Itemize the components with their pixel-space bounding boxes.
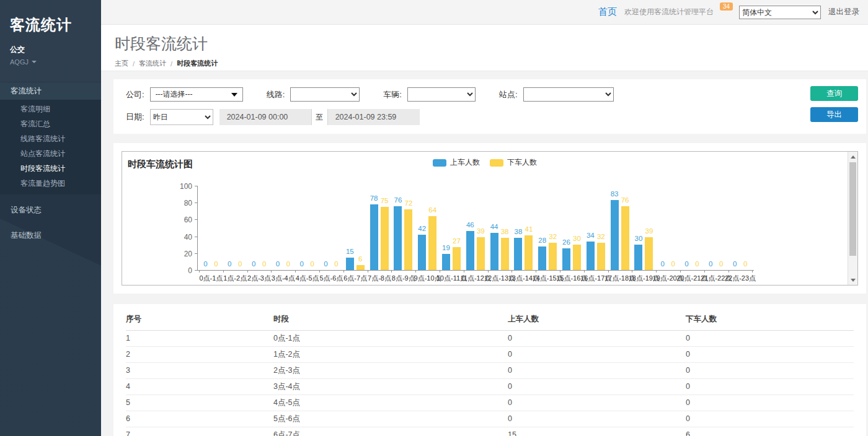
breadcrumb-separator: / bbox=[170, 60, 172, 68]
x-tick-mark bbox=[656, 270, 657, 272]
y-tick-mark bbox=[195, 203, 197, 203]
y-tick-label: 40 bbox=[174, 233, 192, 242]
sidebar-item-站点客流统计[interactable]: 站点客流统计 bbox=[0, 146, 101, 161]
bar-value-label: 0 bbox=[228, 260, 231, 268]
company-combobox[interactable]: ---请选择--- bbox=[150, 87, 243, 102]
bar-上车人数-14点-15点 bbox=[538, 246, 546, 270]
table-cell: 5点-6点 bbox=[273, 411, 508, 427]
y-tick-mark bbox=[195, 219, 197, 220]
sidebar-section-基础数据[interactable]: 基础数据 bbox=[0, 225, 101, 245]
table-cell: 0 bbox=[508, 362, 686, 378]
breadcrumb-section[interactable]: 客流统计 bbox=[139, 59, 166, 68]
bar-value-label: 34 bbox=[587, 232, 595, 239]
bar-下车人数-14点-15点 bbox=[549, 243, 557, 270]
sidebar-section-设备状态[interactable]: 设备状态 bbox=[0, 200, 101, 220]
logout-link[interactable]: 退出登录 bbox=[828, 7, 859, 17]
page-heading: 时段客流统计 主页 / 客流统计 / 时段客流统计 bbox=[101, 25, 868, 71]
table-row: 65点-6点00 bbox=[126, 411, 854, 427]
org-selector[interactable]: AQGJ bbox=[10, 58, 91, 66]
line-select[interactable] bbox=[290, 87, 360, 102]
date-label: 日期: bbox=[126, 111, 144, 123]
sidebar-section-客流统计[interactable]: 客流统计 bbox=[0, 82, 101, 100]
bar-value-label: 39 bbox=[477, 227, 485, 235]
bar-value-label: 76 bbox=[394, 196, 402, 204]
x-category-label: 8点-9点 bbox=[392, 274, 415, 283]
table-header-序号: 序号 bbox=[126, 309, 273, 330]
x-tick-mark bbox=[247, 270, 248, 272]
y-axis-line bbox=[197, 186, 198, 270]
table-row: 10点-1点00 bbox=[126, 330, 854, 346]
welcome-text: 欢迎使用客流统计管理平台 bbox=[624, 7, 714, 17]
date-separator: 至 bbox=[311, 109, 328, 125]
table-row: 54点-5点00 bbox=[126, 395, 854, 411]
table-cell: 0 bbox=[686, 395, 854, 411]
table-cell: 7 bbox=[126, 427, 273, 436]
x-tick-mark bbox=[368, 270, 368, 272]
language-select[interactable]: 简体中文 bbox=[739, 6, 821, 19]
company-label: 公司: bbox=[126, 89, 144, 100]
x-tick-mark bbox=[752, 270, 753, 272]
sidebar: 客流统计 公交 AQGJ 客流统计客流明细客流汇总线路客流统计站点客流统计时段客… bbox=[0, 0, 101, 436]
chart-plot: 020406080100000点-1点001点-2点002点-3点003点-4点… bbox=[122, 152, 848, 285]
table-cell: 6点-7点 bbox=[273, 427, 508, 436]
date-to-input[interactable]: 2024-01-09 23:59 bbox=[328, 109, 420, 125]
x-tick-mark bbox=[512, 270, 512, 272]
table-header-上车人数: 上车人数 bbox=[508, 309, 686, 330]
table-cell: 15 bbox=[508, 427, 686, 436]
bar-上车人数-17点-18点 bbox=[611, 200, 619, 270]
breadcrumb-home[interactable]: 主页 bbox=[115, 59, 128, 68]
x-tick-mark bbox=[391, 270, 392, 272]
bar-value-label: 75 bbox=[381, 197, 389, 204]
notification-badge: 34 bbox=[720, 2, 733, 11]
table-cell: 0点-1点 bbox=[273, 330, 508, 346]
bar-上车人数-13点-14点 bbox=[514, 238, 522, 270]
bar-value-label: 83 bbox=[611, 190, 619, 198]
bar-value-label: 0 bbox=[660, 260, 664, 268]
bar-上车人数-7点-8点 bbox=[370, 204, 378, 270]
dropdown-arrow-icon bbox=[231, 93, 237, 97]
bar-下车人数-12点-13点 bbox=[501, 238, 509, 270]
bar-value-label: 0 bbox=[252, 260, 255, 268]
date-preset-select[interactable]: 昨日 bbox=[150, 109, 213, 125]
sidebar-item-时段客流统计[interactable]: 时段客流统计 bbox=[0, 161, 101, 176]
vehicle-select[interactable] bbox=[407, 87, 476, 102]
bar-value-label: 64 bbox=[428, 206, 436, 214]
table-panel: 序号时段上车人数下车人数 10点-1点0021点-2点0032点-3点0043点… bbox=[113, 304, 866, 436]
app-subtitle: 公交 bbox=[10, 45, 91, 55]
chart-box: 时段车流统计图 上车人数下车人数 020406080100000点-1点001点… bbox=[122, 151, 858, 286]
vehicle-label: 车辆: bbox=[383, 89, 402, 100]
x-tick-mark bbox=[223, 270, 224, 272]
chart-vertical-scrollbar[interactable] bbox=[848, 152, 857, 285]
sidebar-item-客流明细[interactable]: 客流明细 bbox=[0, 102, 101, 116]
sidebar-item-客流量趋势图[interactable]: 客流量趋势图 bbox=[0, 176, 101, 191]
x-category-label: 1点-2点 bbox=[223, 274, 247, 283]
station-select[interactable] bbox=[523, 87, 614, 102]
scroll-down-button[interactable] bbox=[848, 275, 858, 285]
table-cell: 2点-3点 bbox=[273, 362, 508, 378]
bar-value-label: 30 bbox=[634, 235, 642, 242]
x-tick-mark bbox=[415, 270, 416, 272]
bar-下车人数-10点-11点 bbox=[453, 247, 461, 270]
table-row: 21点-2点00 bbox=[126, 346, 854, 362]
sidebar-item-客流汇总[interactable]: 客流汇总 bbox=[0, 116, 101, 131]
bar-value-label: 30 bbox=[573, 235, 581, 242]
x-axis-line bbox=[197, 270, 754, 271]
bar-value-label: 28 bbox=[538, 237, 546, 244]
date-from-input[interactable]: 2024-01-09 00:00 bbox=[219, 109, 311, 125]
bar-下车人数-6点-7点 bbox=[356, 265, 365, 270]
sidebar-item-线路客流统计[interactable]: 线路客流统计 bbox=[0, 131, 101, 146]
bar-下车人数-13点-14点 bbox=[525, 235, 533, 270]
bar-value-label: 6 bbox=[358, 255, 362, 263]
table-cell: 0 bbox=[508, 395, 686, 411]
bar-value-label: 0 bbox=[671, 260, 675, 268]
query-button[interactable]: 查询 bbox=[810, 86, 858, 101]
scroll-down-icon bbox=[851, 279, 856, 282]
scrollbar-thumb[interactable] bbox=[849, 162, 856, 256]
export-button[interactable]: 导出 bbox=[810, 107, 858, 122]
bar-value-label: 78 bbox=[370, 194, 378, 202]
scroll-up-button[interactable] bbox=[848, 152, 858, 162]
bar-value-label: 0 bbox=[286, 260, 290, 268]
date-range: 2024-01-09 00:00 至 2024-01-09 23:59 bbox=[219, 109, 420, 125]
home-link[interactable]: 首页 bbox=[598, 6, 617, 18]
x-tick-mark bbox=[584, 270, 585, 272]
